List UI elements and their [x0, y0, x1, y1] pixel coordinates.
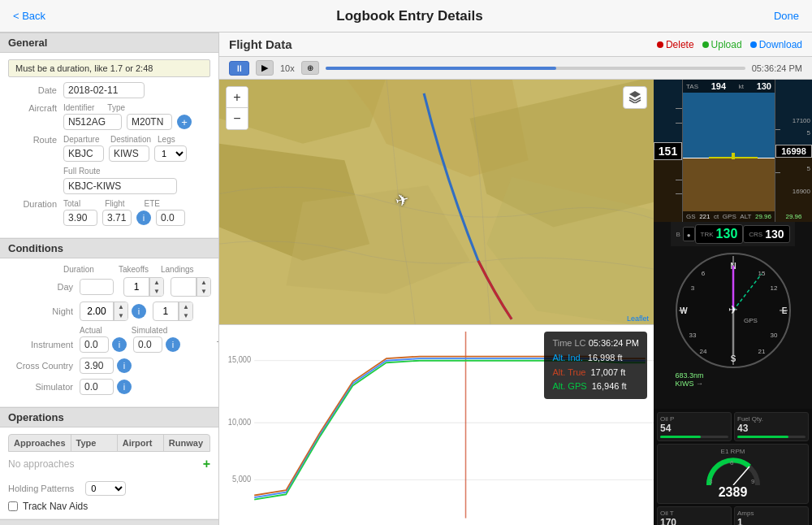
- nav-source: GPS: [723, 213, 736, 220]
- playback-slider[interactable]: [326, 67, 745, 70]
- cross-country-label: Cross Country: [8, 361, 73, 371]
- departure-col-label: Departure: [63, 135, 104, 144]
- delete-button[interactable]: Delete: [657, 39, 694, 50]
- rpm-label: E1 RPM: [661, 448, 805, 455]
- type-input[interactable]: [127, 114, 172, 130]
- night-info-button[interactable]: i: [132, 304, 146, 319]
- instrument-simulated-input[interactable]: [133, 336, 162, 353]
- leaflet-credit: Leaflet: [627, 315, 649, 323]
- holding-patterns-select[interactable]: 01: [85, 481, 126, 496]
- fuel-qty-label: Fuel Qty.: [737, 415, 806, 423]
- alt-gps-label: Alt. GPS: [552, 381, 586, 391]
- rpm-value: 2389: [661, 485, 805, 500]
- cross-country-input[interactable]: [80, 358, 114, 374]
- day-duration-input[interactable]: [80, 280, 113, 294]
- instrument-actual-info[interactable]: i: [112, 337, 127, 352]
- night-duration-down[interactable]: ▼: [114, 311, 127, 320]
- ete-input[interactable]: [156, 210, 185, 226]
- gs-unit: ct: [714, 213, 719, 220]
- fuel-qty-value: 43: [737, 423, 806, 434]
- day-takeoffs-up[interactable]: ▲: [149, 278, 163, 287]
- total-input[interactable]: [63, 210, 97, 226]
- rpm-gauge-svg: 3 6 9: [705, 457, 762, 485]
- alt-gps-value: 16,946 ft: [592, 381, 627, 391]
- flight-input[interactable]: [102, 210, 132, 226]
- night-duration-stepper: ▲ ▼: [80, 302, 128, 321]
- full-route-input[interactable]: [63, 178, 177, 194]
- back-button[interactable]: < Back: [13, 10, 45, 22]
- zoom-in-button[interactable]: +: [227, 87, 248, 108]
- operations-section-header: Operations: [0, 407, 218, 427]
- day-label: Day: [8, 282, 73, 292]
- add-approach-button[interactable]: +: [203, 457, 210, 471]
- holding-patterns-label: Holding Patterns: [8, 484, 74, 493]
- zoom-out-button[interactable]: −: [227, 108, 248, 129]
- svg-line-39: [733, 466, 749, 485]
- oil-p-value: 54: [660, 423, 728, 434]
- svg-text:33: 33: [689, 332, 696, 339]
- page-title: Logbook Entry Details: [45, 8, 774, 24]
- alt-source: ALT: [740, 213, 751, 220]
- oil-t-label: Oil T: [660, 510, 728, 517]
- identifier-col-label: Identifier: [63, 103, 94, 112]
- kiws-label: 683.3nm KIWS →: [676, 371, 704, 388]
- crs-display: 130: [765, 228, 784, 241]
- night-duration-input[interactable]: [80, 304, 113, 319]
- oil-p-label: Oil P: [660, 415, 728, 423]
- flight-info-button[interactable]: i: [136, 210, 151, 225]
- play-button[interactable]: ▶: [256, 60, 274, 76]
- airport-col-header: Airport: [118, 435, 164, 451]
- night-duration-up[interactable]: ▲: [114, 302, 127, 311]
- night-takeoffs-input[interactable]: [153, 304, 178, 319]
- instrument-actual-input[interactable]: [80, 336, 109, 353]
- vs-value: 29.96: [785, 213, 801, 220]
- actual-col-label: Actual: [80, 326, 102, 335]
- playback-speed: 10x: [280, 63, 295, 73]
- night-takeoffs-stepper: ▲ ▼: [153, 302, 193, 321]
- day-landings-down[interactable]: ▼: [197, 287, 210, 296]
- compass-rose: N S E W 15 6 24 21 12 3 33 30: [672, 249, 794, 371]
- alt-display: 130: [757, 81, 771, 91]
- runway-col-header: Runway: [164, 435, 209, 451]
- day-takeoffs-input[interactable]: [124, 280, 149, 294]
- pause-button[interactable]: ⏸: [229, 61, 249, 76]
- destination-input[interactable]: [109, 145, 149, 162]
- map-layers-button[interactable]: [623, 86, 647, 109]
- day-landings-up[interactable]: ▲: [197, 278, 210, 287]
- identifier-input[interactable]: [63, 114, 122, 130]
- landings-col-label: Landings: [161, 265, 194, 274]
- download-button[interactable]: Download: [750, 39, 802, 50]
- svg-text:9: 9: [751, 478, 755, 485]
- done-button[interactable]: Done: [774, 10, 799, 22]
- instrument-label: Instrument: [8, 340, 73, 349]
- night-label: Night: [8, 306, 73, 316]
- simulator-info[interactable]: i: [117, 380, 132, 394]
- track-nav-aids-checkbox[interactable]: [8, 501, 18, 511]
- night-takeoffs-up[interactable]: ▲: [179, 302, 192, 311]
- flight-data-title: Flight Data: [229, 37, 292, 51]
- simulator-input[interactable]: [80, 379, 114, 395]
- instrument-simulated-info[interactable]: i: [166, 337, 180, 352]
- svg-text:W: W: [680, 306, 688, 315]
- svg-text:30: 30: [770, 332, 777, 339]
- cross-country-info[interactable]: i: [117, 358, 132, 373]
- svg-text:E: E: [781, 306, 787, 315]
- add-aircraft-button[interactable]: +: [177, 115, 192, 129]
- legs-select[interactable]: 12: [154, 145, 187, 162]
- svg-text:6: 6: [730, 459, 734, 466]
- day-takeoffs-down[interactable]: ▼: [149, 287, 163, 296]
- date-label: Date: [8, 85, 57, 95]
- svg-text:15: 15: [758, 270, 765, 277]
- type-col-label: Type: [107, 103, 125, 112]
- hdg-display: 130: [716, 227, 738, 241]
- tas-value: 194: [711, 81, 726, 91]
- departure-input[interactable]: [63, 145, 104, 162]
- layers-icon: [628, 90, 641, 103]
- gs-value: 221: [699, 213, 710, 220]
- date-input[interactable]: [63, 82, 145, 98]
- tas-unit: kt: [739, 83, 744, 90]
- speed-adjust-button[interactable]: ⊕: [301, 61, 319, 75]
- upload-button[interactable]: Upload: [702, 39, 742, 50]
- night-takeoffs-down[interactable]: ▼: [179, 311, 192, 320]
- day-landings-input[interactable]: [171, 280, 196, 294]
